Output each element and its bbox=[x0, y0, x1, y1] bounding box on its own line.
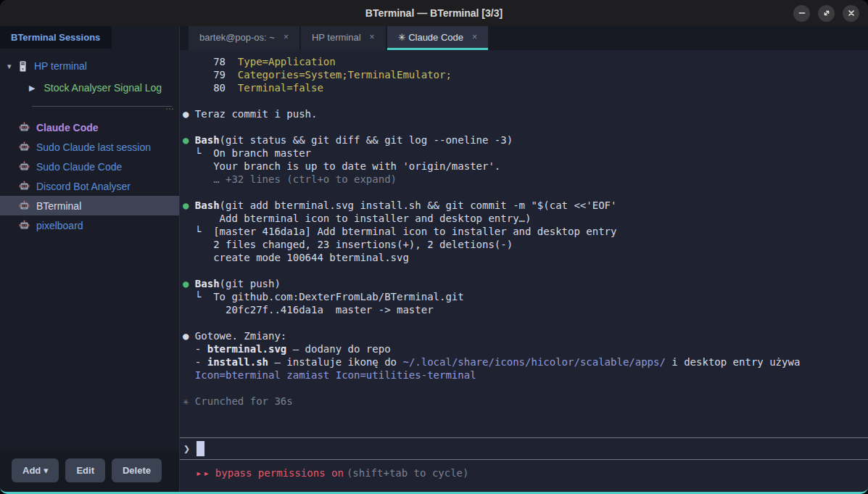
sessions-sidebar: BTerminal Sessions ▾ HP terminal bbox=[0, 26, 180, 492]
tab-claude-code[interactable]: ✳ Claude Code× bbox=[387, 26, 488, 50]
tab-bar: bartek@pop-os: ~×HP terminal×✳ Claude Co… bbox=[180, 26, 868, 50]
terminal-line: └ To github.com:DexterFromLab/BTerminal.… bbox=[183, 290, 868, 303]
tab-label: HP terminal bbox=[312, 32, 361, 43]
terminal-line bbox=[183, 264, 868, 277]
minimize-button[interactable] bbox=[793, 5, 810, 22]
terminal-line bbox=[183, 120, 868, 133]
terminal-line: ● Gotowe. Zmiany: bbox=[183, 329, 868, 342]
titlebar[interactable]: BTerminal — BTerminal [3/3] bbox=[0, 0, 868, 26]
terminal-line: ● Bash(git add bterminal.svg install.sh … bbox=[183, 199, 868, 212]
close-tab-icon[interactable]: × bbox=[370, 32, 375, 42]
main-area: BTerminal Sessions ▾ HP terminal bbox=[0, 26, 868, 492]
permissions-status: ▸▸bypass permissions on(shift+tab to cyc… bbox=[180, 460, 868, 492]
session-label: Sudo Claude Code bbox=[36, 161, 122, 173]
tree-item-label: Stock Analyser Signal Log bbox=[44, 82, 162, 94]
close-tab-icon[interactable]: × bbox=[472, 32, 477, 42]
window-title: BTerminal — BTerminal [3/3] bbox=[365, 7, 503, 19]
close-button[interactable] bbox=[843, 5, 859, 22]
robot-icon bbox=[19, 181, 30, 192]
close-tab-icon[interactable]: × bbox=[284, 32, 289, 42]
sidebar-title: BTerminal Sessions bbox=[11, 32, 100, 43]
tab-bartek-pop-os[interactable]: bartek@pop-os: ~× bbox=[189, 26, 299, 50]
session-label: BTerminal bbox=[36, 200, 81, 212]
terminal-line: Icon=bterminal zamiast Icon=utilities-te… bbox=[183, 369, 868, 382]
terminal-line bbox=[183, 186, 868, 199]
terminal-line: └ On branch master bbox=[183, 147, 868, 160]
maximize-button[interactable] bbox=[818, 5, 835, 22]
tab-label: ✳ Claude Code bbox=[398, 32, 463, 43]
edit-button[interactable]: Edit bbox=[65, 458, 105, 482]
session-item-claude-code[interactable]: Claude Code bbox=[0, 118, 179, 137]
robot-icon bbox=[19, 200, 30, 211]
session-tree: ▾ HP terminal ▶ Stock Analyser Signal Lo… bbox=[0, 49, 179, 450]
session-item-sudo-claude-code[interactable]: Sudo Claude Code bbox=[0, 157, 179, 176]
session-item-discord-bot-analyser[interactable]: Discord Bot Analyser bbox=[0, 176, 179, 196]
terminal-line: Add bterminal icon to installer and desk… bbox=[183, 212, 868, 225]
robot-icon bbox=[19, 161, 30, 172]
maximize-icon bbox=[822, 9, 831, 17]
terminal-pane: bartek@pop-os: ~×HP terminal×✳ Claude Co… bbox=[180, 26, 868, 492]
sidebar-footer: Add ▾ Edit Delete bbox=[0, 450, 179, 492]
terminal-line: ● Bash(git status && git diff && git log… bbox=[183, 133, 868, 147]
prompt-chevron-icon: ❯ bbox=[183, 442, 190, 456]
add-button[interactable]: Add ▾ bbox=[12, 458, 59, 482]
terminal-line: Your branch is up to date with 'origin/m… bbox=[183, 160, 868, 173]
terminal-body[interactable]: 78 Type=Application 79 Categories=System… bbox=[180, 50, 868, 492]
computer-icon bbox=[19, 61, 27, 72]
caret-down-icon[interactable]: ▾ bbox=[7, 62, 19, 71]
terminal-line: - bterminal.svg — dodany do repo bbox=[183, 342, 868, 355]
text-cursor bbox=[197, 441, 204, 456]
cycle-hint: (shift+tab to cycle) bbox=[347, 467, 469, 479]
terminal-line: 79 Categories=System;TerminalEmulator; bbox=[183, 68, 868, 81]
terminal-input[interactable]: ❯ bbox=[180, 438, 868, 459]
divider: … bbox=[32, 106, 172, 112]
terminal-line: - install.sh — instaluje ikonę do ~/.loc… bbox=[183, 355, 868, 369]
terminal-line: ● Bash(git push) bbox=[183, 277, 868, 290]
app-window: BTerminal — BTerminal [3/3] BTerminal Se… bbox=[0, 0, 868, 494]
robot-icon bbox=[19, 122, 30, 133]
sidebar-header: BTerminal Sessions bbox=[0, 26, 179, 49]
terminal-line: └ [master 416da1a] Add bterminal icon to… bbox=[183, 225, 868, 238]
terminal-line bbox=[183, 316, 868, 329]
session-item-pixelboard[interactable]: pixelboard bbox=[0, 215, 179, 235]
terminal-line: 80 Terminal=false bbox=[183, 81, 868, 94]
session-label: Sudo Claude last session bbox=[36, 141, 151, 153]
session-label: Discord Bot Analyser bbox=[36, 181, 131, 192]
terminal-line: 2 files changed, 23 insertions(+), 2 del… bbox=[183, 238, 868, 251]
terminal-line bbox=[183, 382, 868, 395]
divider-ellipsis: … bbox=[165, 102, 175, 112]
terminal-line: 78 Type=Application bbox=[183, 55, 868, 68]
session-label: pixelboard bbox=[36, 220, 83, 231]
tree-item-hp-terminal[interactable]: ▾ HP terminal bbox=[0, 55, 179, 77]
terminal-line bbox=[183, 94, 868, 107]
bypass-mode-label: bypass permissions on bbox=[215, 467, 344, 479]
terminal-line: 20fc27f..416da1a master -> master bbox=[183, 303, 868, 316]
window-controls bbox=[793, 0, 859, 26]
tab-hp-terminal[interactable]: HP terminal× bbox=[301, 26, 386, 50]
delete-button[interactable]: Delete bbox=[112, 458, 162, 482]
terminal-line: … +32 lines (ctrl+o to expand) bbox=[183, 173, 868, 186]
session-item-sudo-claude-last-session[interactable]: Sudo Claude last session bbox=[0, 137, 179, 157]
tree-item-label: HP terminal bbox=[34, 60, 87, 72]
input-container: ❯ bbox=[180, 437, 868, 460]
play-icon: ▶ bbox=[29, 83, 35, 93]
terminal-line: ✳ Crunched for 36s bbox=[183, 395, 868, 408]
session-item-bterminal[interactable]: BTerminal bbox=[0, 196, 179, 215]
robot-icon bbox=[19, 220, 30, 231]
tree-item-stock-analyser-signal-log[interactable]: ▶ Stock Analyser Signal Log bbox=[0, 77, 179, 99]
sidebar-header-tab: BTerminal Sessions bbox=[0, 26, 112, 49]
minimize-icon bbox=[798, 9, 806, 17]
close-icon bbox=[847, 9, 856, 17]
session-label: Claude Code bbox=[36, 122, 99, 133]
terminal-output: 78 Type=Application 79 Categories=System… bbox=[180, 55, 868, 408]
terminal-line: ● Teraz commit i push. bbox=[183, 107, 868, 120]
terminal-line: create mode 100644 bterminal.svg bbox=[183, 251, 868, 264]
session-list: Claude Code Sudo Claude last session Sud… bbox=[0, 118, 179, 235]
bypass-arrows-icon: ▸▸ bbox=[196, 467, 211, 479]
tab-label: bartek@pop-os: ~ bbox=[199, 32, 275, 43]
robot-icon bbox=[19, 141, 30, 152]
